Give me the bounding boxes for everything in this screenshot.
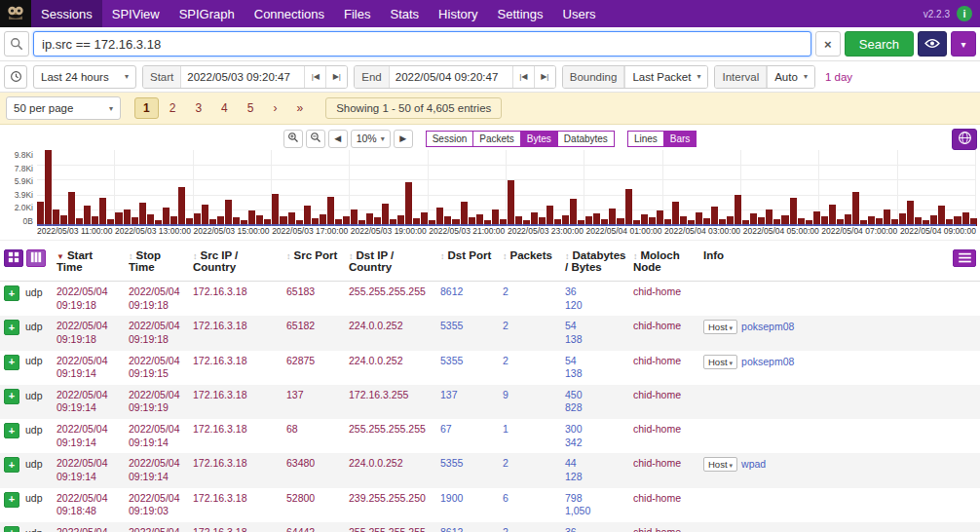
map-toggle-button[interactable] — [952, 129, 977, 150]
dst-ip-value[interactable]: 255.255.255.255 — [349, 285, 426, 297]
bytes-value[interactable]: 138 — [565, 367, 625, 381]
metric-bytes-button[interactable]: Bytes — [520, 131, 558, 147]
src-port-value[interactable]: 52800 — [286, 492, 315, 504]
interval-select[interactable]: Auto ▾ — [767, 66, 814, 88]
node-value[interactable]: chid-home — [633, 285, 681, 297]
expand-session-button[interactable]: + — [4, 389, 19, 404]
databytes-value[interactable]: 44 — [565, 457, 625, 471]
metric-databytes-button[interactable]: Databytes — [557, 131, 615, 147]
stop-value[interactable]: 2022/05/04 09:19:15 — [129, 355, 180, 380]
toggle-view-button[interactable] — [4, 249, 23, 267]
owl-logo[interactable] — [0, 0, 31, 27]
src-ip-value[interactable]: 172.16.3.18 — [193, 526, 246, 532]
dst-port-value[interactable]: 8612 — [440, 526, 463, 532]
page-link-4[interactable]: 4 — [212, 97, 237, 119]
col-header-start[interactable]: ▼Start Time — [53, 245, 125, 282]
col-header-info[interactable]: Info — [699, 245, 980, 282]
dst-ip-value[interactable]: 255.255.255.255 — [349, 423, 426, 435]
col-header-src-ip[interactable]: ↕Src IP / Country — [189, 245, 283, 282]
start-step-backward-button[interactable]: |◀ — [304, 66, 325, 88]
dst-port-value[interactable]: 5355 — [440, 457, 463, 469]
databytes-value[interactable]: 54 — [565, 355, 625, 368]
packets-value[interactable]: 1 — [503, 423, 509, 435]
src-port-value[interactable]: 62875 — [286, 355, 315, 366]
col-header-databytes[interactable]: ↕Databytes / Bytes — [561, 245, 629, 282]
last-page-button[interactable]: » — [287, 97, 312, 119]
expand-session-button[interactable]: + — [4, 423, 19, 438]
metric-packets-button[interactable]: Packets — [472, 131, 521, 147]
expand-session-button[interactable]: + — [4, 285, 19, 301]
packets-value[interactable]: 2 — [503, 285, 509, 297]
start-value[interactable]: 2022/05/04 09:19:14 — [57, 389, 108, 414]
dst-ip-value[interactable]: 172.16.3.255 — [349, 389, 408, 400]
expand-session-button[interactable]: + — [4, 526, 19, 532]
start-value[interactable]: 2022/05/04 09:19:18 — [57, 285, 108, 311]
col-header-src-port[interactable]: ↕Src Port — [283, 245, 345, 282]
databytes-value[interactable]: 36 — [565, 285, 625, 299]
search-actions-dropdown[interactable]: ▾ — [951, 31, 976, 57]
stop-value[interactable]: 2022/05/04 09:19:18 — [129, 320, 180, 345]
src-port-value[interactable]: 137 — [286, 389, 304, 400]
info-host-dropdown[interactable]: Host▾ — [703, 457, 737, 472]
dst-ip-value[interactable]: 224.0.0.252 — [349, 355, 402, 366]
zoom-level-select[interactable]: 10% ▾ — [351, 130, 391, 148]
node-value[interactable]: chid-home — [633, 526, 681, 532]
end-step-backward-button[interactable]: |◀ — [512, 66, 534, 88]
nav-item-connections[interactable]: Connections — [245, 0, 334, 27]
dst-port-value[interactable]: 137 — [440, 389, 458, 400]
dst-port-value[interactable]: 1900 — [440, 492, 463, 504]
packets-value[interactable]: 6 — [503, 492, 509, 504]
packets-value[interactable]: 2 — [503, 355, 509, 366]
stop-value[interactable]: 2022/05/04 09:19:19 — [129, 389, 180, 414]
stop-value[interactable]: 2022/05/04 09:19:18 — [129, 285, 180, 311]
src-port-value[interactable]: 64442 — [286, 526, 315, 532]
src-ip-value[interactable]: 172.16.3.18 — [193, 355, 246, 366]
src-ip-value[interactable]: 172.16.3.18 — [193, 320, 246, 331]
start-value[interactable]: 2022/05/04 09:18:48 — [57, 492, 108, 517]
col-header-node[interactable]: ↕Moloch Node — [629, 245, 699, 282]
nav-item-settings[interactable]: Settings — [488, 0, 553, 27]
databytes-value[interactable]: 450 — [565, 389, 625, 402]
node-value[interactable]: chid-home — [633, 389, 681, 400]
column-config-button[interactable] — [26, 249, 46, 267]
start-value[interactable]: 2022/05/04 09:19:14 — [57, 457, 108, 482]
node-value[interactable]: chid-home — [633, 355, 681, 366]
next-page-button[interactable]: › — [264, 97, 285, 119]
start-value[interactable]: 2022/05/04 09:19:14 — [57, 355, 108, 380]
start-value[interactable]: 2022/05/04 09:19:18 — [57, 320, 108, 345]
metric-session-button[interactable]: Session — [426, 131, 474, 147]
start-step-forward-button[interactable]: ▶| — [325, 66, 347, 88]
page-link-5[interactable]: 5 — [239, 97, 263, 119]
table-menu-button[interactable] — [953, 249, 976, 267]
databytes-value[interactable]: 300 — [565, 423, 625, 437]
start-value[interactable]: 2022/05/04 09:18:45 — [57, 526, 108, 532]
zoom-in-button[interactable] — [283, 130, 303, 148]
start-value[interactable]: 2022/05/04 09:19:14 — [57, 423, 108, 448]
info-host-value[interactable]: poksepm08 — [741, 321, 794, 332]
info-host-dropdown[interactable]: Host▾ — [703, 355, 737, 369]
src-port-value[interactable]: 65182 — [286, 320, 315, 331]
view-toggle-button[interactable] — [918, 31, 947, 57]
end-step-forward-button[interactable]: ▶| — [534, 66, 555, 88]
dst-port-value[interactable]: 5355 — [440, 355, 463, 366]
dst-ip-value[interactable]: 255.255.255.255 — [349, 526, 426, 532]
stop-value[interactable]: 2022/05/04 09:19:14 — [129, 423, 180, 448]
end-time-input[interactable] — [390, 66, 512, 88]
bytes-value[interactable]: 828 — [565, 401, 625, 415]
nav-item-files[interactable]: Files — [334, 0, 380, 27]
src-ip-value[interactable]: 172.16.3.18 — [193, 492, 246, 504]
nav-item-users[interactable]: Users — [553, 0, 606, 27]
expand-session-button[interactable]: + — [4, 320, 19, 335]
bytes-value[interactable]: 120 — [565, 299, 625, 313]
nav-item-stats[interactable]: Stats — [380, 0, 429, 27]
src-port-value[interactable]: 68 — [286, 423, 298, 435]
node-value[interactable]: chid-home — [633, 457, 681, 469]
node-value[interactable]: chid-home — [633, 320, 681, 331]
bounding-select[interactable]: Last Packet ▾ — [624, 66, 707, 88]
node-value[interactable]: chid-home — [633, 492, 681, 504]
src-port-value[interactable]: 65183 — [286, 285, 315, 297]
per-page-select[interactable]: 50 per page ▾ — [6, 96, 121, 120]
expand-session-button[interactable]: + — [4, 457, 19, 473]
zoom-out-button[interactable] — [306, 130, 325, 148]
time-range-select[interactable]: Last 24 hours ▾ — [33, 65, 136, 89]
